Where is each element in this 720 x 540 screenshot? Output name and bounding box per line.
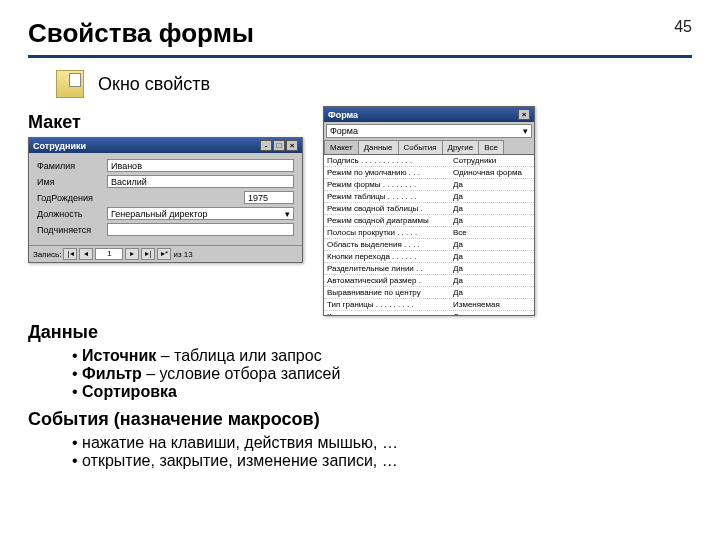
property-name: Режим сводной диаграммы bbox=[327, 215, 453, 226]
property-name: Тип границы . . . . . . . . . bbox=[327, 299, 453, 310]
props-titlebar: Форма × bbox=[324, 107, 534, 122]
field-label: Имя bbox=[37, 177, 107, 187]
property-value[interactable]: Да bbox=[453, 311, 531, 315]
field-input[interactable]: 1975 bbox=[244, 191, 294, 204]
property-value[interactable]: Да bbox=[453, 263, 531, 274]
field-input[interactable]: Генеральный директор bbox=[107, 207, 294, 220]
property-value[interactable]: Да bbox=[453, 191, 531, 202]
section-data: Данные bbox=[28, 322, 692, 343]
close-icon[interactable]: × bbox=[518, 109, 530, 120]
property-row[interactable]: Режим формы . . . . . . . .Да bbox=[324, 179, 534, 191]
property-row[interactable]: Выравнивание по центруДа bbox=[324, 287, 534, 299]
property-value[interactable]: Да bbox=[453, 215, 531, 226]
property-row[interactable]: Режим по умолчанию . . .Одиночная форма bbox=[324, 167, 534, 179]
nav-total: из 13 bbox=[173, 250, 192, 259]
props-title: Форма bbox=[328, 110, 358, 120]
page-number: 45 bbox=[674, 18, 692, 36]
minimize-icon[interactable]: - bbox=[260, 140, 272, 151]
property-row[interactable]: Тип границы . . . . . . . . .Изменяемая bbox=[324, 299, 534, 311]
property-name: Подпись . . . . . . . . . . . . bbox=[327, 155, 453, 166]
list-item: Сортировка bbox=[72, 383, 692, 401]
form-title: Сотрудники bbox=[33, 141, 86, 151]
field-input[interactable]: Василий bbox=[107, 175, 294, 188]
tab-Макет[interactable]: Макет bbox=[324, 140, 359, 154]
list-item: Фильтр – условие отбора записей bbox=[72, 365, 692, 383]
form-row: ГодРождения1975 bbox=[37, 191, 294, 204]
field-label: Фамилия bbox=[37, 161, 107, 171]
form-row: ФамилияИванов bbox=[37, 159, 294, 172]
form-row: ИмяВасилий bbox=[37, 175, 294, 188]
property-name: Полосы прокрутки . . . . . bbox=[327, 227, 453, 238]
field-input[interactable] bbox=[107, 223, 294, 236]
field-label: ГодРождения bbox=[37, 193, 107, 203]
form-window: Сотрудники - □ × ФамилияИвановИмяВасилий… bbox=[28, 137, 303, 263]
property-name: Режим сводной таблицы . bbox=[327, 203, 453, 214]
property-name: Режим формы . . . . . . . . bbox=[327, 179, 453, 190]
nav-next-icon[interactable]: ▸ bbox=[125, 248, 139, 260]
nav-label: Запись: bbox=[33, 250, 61, 259]
tab-Все[interactable]: Все bbox=[478, 140, 504, 154]
object-selector[interactable]: Форма ▾ bbox=[326, 124, 532, 138]
property-name: Режим таблицы . . . . . . . bbox=[327, 191, 453, 202]
list-item: нажатие на клавиши, действия мышью, … bbox=[72, 434, 692, 452]
property-value[interactable]: Да bbox=[453, 251, 531, 262]
nav-first-icon[interactable]: |◂ bbox=[63, 248, 77, 260]
property-name: Режим по умолчанию . . . bbox=[327, 167, 453, 178]
properties-window: Форма × Форма ▾ МакетДанныеСобытияДругие… bbox=[323, 106, 535, 316]
subheading-row: Окно свойств bbox=[56, 70, 692, 98]
nav-new-icon[interactable]: ▸* bbox=[157, 248, 171, 260]
record-navigator: Запись: |◂ ◂ 1 ▸ ▸| ▸* из 13 bbox=[29, 245, 302, 262]
property-value[interactable]: Да bbox=[453, 287, 531, 298]
property-value[interactable]: Все bbox=[453, 227, 531, 238]
list-item: Источник – таблица или запрос bbox=[72, 347, 692, 365]
tab-Другие[interactable]: Другие bbox=[442, 140, 480, 154]
property-value[interactable]: Одиночная форма bbox=[453, 167, 531, 178]
field-label: Подчиняется bbox=[37, 225, 107, 235]
property-value[interactable]: Да bbox=[453, 239, 531, 250]
property-row[interactable]: Кнопки перехода . . . . . .Да bbox=[324, 251, 534, 263]
property-value[interactable]: Изменяемая bbox=[453, 299, 531, 310]
property-row[interactable]: Режим сводной таблицы .Да bbox=[324, 203, 534, 215]
object-selector-value: Форма bbox=[330, 126, 358, 136]
property-row[interactable]: Полосы прокрутки . . . . .Все bbox=[324, 227, 534, 239]
property-name: Выравнивание по центру bbox=[327, 287, 453, 298]
property-row[interactable]: Режим сводной диаграммыДа bbox=[324, 215, 534, 227]
property-row[interactable]: Разделительные линии . .Да bbox=[324, 263, 534, 275]
nav-last-icon[interactable]: ▸| bbox=[141, 248, 155, 260]
section-layout: Макет bbox=[28, 112, 303, 133]
subheading: Окно свойств bbox=[98, 74, 210, 95]
property-row[interactable]: Подпись . . . . . . . . . . . .Сотрудник… bbox=[324, 155, 534, 167]
form-titlebar: Сотрудники - □ × bbox=[29, 138, 302, 153]
data-bullets: Источник – таблица или запрос Фильтр – у… bbox=[72, 347, 692, 401]
field-label: Должность bbox=[37, 209, 107, 219]
property-value[interactable]: Да bbox=[453, 203, 531, 214]
close-icon[interactable]: × bbox=[286, 140, 298, 151]
list-item: открытие, закрытие, изменение записи, … bbox=[72, 452, 692, 470]
nav-prev-icon[interactable]: ◂ bbox=[79, 248, 93, 260]
event-bullets: нажатие на клавиши, действия мышью, … от… bbox=[72, 434, 692, 470]
property-row[interactable]: Автоматический размер .Да bbox=[324, 275, 534, 287]
property-value[interactable]: Да bbox=[453, 179, 531, 190]
property-name: Автоматический размер . bbox=[327, 275, 453, 286]
tab-События[interactable]: События bbox=[398, 140, 443, 154]
property-name: Область выделения . . . . bbox=[327, 239, 453, 250]
tabs-row: МакетДанныеСобытияДругиеВсе bbox=[324, 140, 534, 155]
field-input[interactable]: Иванов bbox=[107, 159, 294, 172]
property-value[interactable]: Сотрудники bbox=[453, 155, 531, 166]
chevron-down-icon: ▾ bbox=[523, 126, 528, 136]
properties-icon bbox=[56, 70, 84, 98]
form-row: ДолжностьГенеральный директор bbox=[37, 207, 294, 220]
tab-Данные[interactable]: Данные bbox=[358, 140, 399, 154]
nav-position[interactable]: 1 bbox=[95, 248, 123, 260]
property-row[interactable]: Область выделения . . . .Да bbox=[324, 239, 534, 251]
maximize-icon[interactable]: □ bbox=[273, 140, 285, 151]
property-name: Разделительные линии . . bbox=[327, 263, 453, 274]
property-value[interactable]: Да bbox=[453, 275, 531, 286]
section-events: События (назначение макросов) bbox=[28, 409, 692, 430]
property-name: Кнопка оконного меню . . bbox=[327, 311, 453, 315]
header: Свойства формы 45 bbox=[28, 18, 692, 58]
property-name: Кнопки перехода . . . . . . bbox=[327, 251, 453, 262]
property-row[interactable]: Кнопка оконного меню . .Да bbox=[324, 311, 534, 315]
property-row[interactable]: Режим таблицы . . . . . . .Да bbox=[324, 191, 534, 203]
slide-title: Свойства формы bbox=[28, 18, 254, 49]
